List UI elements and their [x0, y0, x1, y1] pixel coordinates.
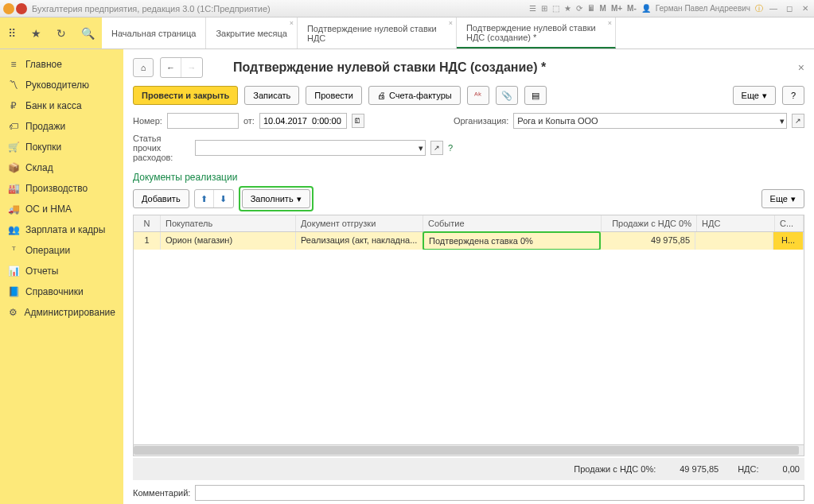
- cell-nds[interactable]: [695, 232, 773, 250]
- save-button[interactable]: Записать: [244, 86, 299, 105]
- sidebar-item-production[interactable]: 🏭Производство: [0, 178, 123, 199]
- m-button[interactable]: M: [600, 4, 606, 13]
- info-icon[interactable]: ⓘ: [755, 3, 763, 14]
- cell-sales[interactable]: 49 975,85: [600, 232, 695, 250]
- tb-icon-4[interactable]: ★: [564, 4, 571, 13]
- col-doc[interactable]: Документ отгрузки: [296, 215, 423, 231]
- sidebar-item-dictionaries[interactable]: 📘Справочники: [0, 281, 123, 302]
- home-button[interactable]: ⌂: [133, 58, 154, 77]
- forward-button[interactable]: →: [181, 58, 202, 77]
- tb-icon-5[interactable]: ⟳: [576, 4, 582, 13]
- cell-buyer[interactable]: Орион (магазин): [161, 232, 296, 250]
- attach-button[interactable]: 📎: [496, 86, 518, 105]
- tab-month-close[interactable]: Закрытие месяца×: [206, 17, 298, 48]
- scrollbar-thumb[interactable]: [134, 446, 799, 455]
- help-link[interactable]: ?: [448, 143, 453, 153]
- history-icon[interactable]: ↻: [56, 27, 66, 40]
- sidebar-item-main[interactable]: ≡Главное: [0, 54, 123, 75]
- sidebar-item-operations[interactable]: ᵀОперации: [0, 240, 123, 261]
- horizontal-scrollbar[interactable]: [134, 444, 804, 456]
- col-nds[interactable]: НДС: [697, 215, 775, 231]
- sidebar-label: Администрирование: [25, 307, 115, 318]
- fill-label: Заполнить: [251, 194, 294, 204]
- more-button[interactable]: Еще ▾: [733, 86, 776, 105]
- fill-button[interactable]: Заполнить ▾: [242, 189, 310, 208]
- tab-close-icon[interactable]: ×: [608, 19, 612, 27]
- grid-row[interactable]: 1 Орион (магазин) Реализация (акт, накла…: [134, 232, 804, 250]
- org-select[interactable]: Рога и Копыта ООО▾: [513, 113, 787, 129]
- app-icon-1: [3, 3, 14, 14]
- apps-icon[interactable]: ⠿: [8, 27, 16, 40]
- calendar-icon[interactable]: 🗓: [352, 114, 364, 128]
- sidebar-item-purchases[interactable]: 🛒Покупки: [0, 137, 123, 157]
- tb-icon-calc[interactable]: 🖩: [587, 4, 595, 13]
- cell-event[interactable]: Подтверждена ставка 0%: [423, 231, 601, 250]
- add-row-button[interactable]: Добавить: [133, 189, 189, 208]
- expense-select[interactable]: ▾: [195, 140, 426, 156]
- table-more-button[interactable]: Еще ▾: [761, 189, 804, 208]
- number-input[interactable]: [167, 113, 239, 129]
- m-minus-button[interactable]: M-: [627, 4, 637, 13]
- cell-last[interactable]: Н...: [773, 232, 804, 250]
- dt-kt-button[interactable]: ᴬᵏ: [467, 86, 489, 105]
- from-label: от:: [243, 116, 255, 126]
- grid-body-empty: [134, 250, 804, 444]
- help-button[interactable]: ?: [782, 86, 804, 105]
- user-name[interactable]: Герман Павел Андреевич: [656, 4, 750, 13]
- tb-icon-1[interactable]: ☰: [529, 4, 536, 13]
- tab-vat-create-label: Подтверждение нулевой ставки НДС (создан…: [466, 23, 606, 42]
- page-close[interactable]: ×: [798, 61, 804, 74]
- sidebar-item-manager[interactable]: 〽Руководителю: [0, 75, 123, 95]
- tab-close-icon[interactable]: ×: [290, 19, 294, 27]
- back-button[interactable]: ←: [161, 58, 181, 77]
- table-toolbar: Добавить ⬆ ⬇ Заполнить ▾ Еще ▾: [133, 186, 804, 211]
- cell-n[interactable]: 1: [134, 232, 161, 250]
- invoices-button[interactable]: 🖨Счета-фактуры: [368, 86, 461, 105]
- tab-month-close-label: Закрытие месяца: [216, 29, 287, 38]
- col-sales[interactable]: Продажи с НДС 0%: [602, 215, 697, 231]
- window-titlebar: Бухгалтерия предприятия, редакция 3.0 (1…: [0, 0, 814, 17]
- col-buyer[interactable]: Покупатель: [161, 215, 296, 231]
- window-close[interactable]: ✕: [800, 3, 811, 14]
- sidebar-item-admin[interactable]: ⚙Администрирование: [0, 302, 123, 323]
- comment-label: Комментарий:: [133, 488, 190, 498]
- sidebar-item-assets[interactable]: 🚚ОС и НМА: [0, 199, 123, 219]
- post-and-close-button[interactable]: Провести и закрыть: [133, 86, 238, 105]
- tb-icon-3[interactable]: ⬚: [552, 4, 559, 13]
- sidebar-item-sales[interactable]: 🏷Продажи: [0, 116, 123, 137]
- number-label: Номер:: [133, 116, 162, 126]
- sidebar-label: ОС и НМА: [25, 204, 72, 215]
- sidebar-label: Продажи: [25, 121, 65, 132]
- sidebar-item-warehouse[interactable]: 📦Склад: [0, 157, 123, 178]
- favorites-icon[interactable]: ★: [31, 27, 41, 40]
- titlebar-actions: ☰ ⊞ ⬚ ★ ⟳ 🖩 M M+ M- 👤 Герман Павел Андре…: [529, 3, 811, 14]
- move-down-icon[interactable]: ⬇: [214, 190, 233, 207]
- m-plus-button[interactable]: M+: [611, 4, 622, 13]
- org-label: Организация:: [454, 116, 508, 126]
- tab-home[interactable]: Начальная страница: [102, 17, 206, 48]
- tab-vat-create[interactable]: Подтверждение нулевой ставки НДС (создан…: [457, 17, 616, 48]
- tab-vat-confirm[interactable]: Подтверждение нулевой ставки НДС×: [298, 17, 457, 48]
- col-n[interactable]: N: [134, 215, 161, 231]
- window-maximize[interactable]: ◻: [784, 3, 795, 14]
- tab-close-icon[interactable]: ×: [449, 19, 453, 27]
- form-row-number: Номер: от: 🗓 Организация: Рога и Копыта …: [133, 113, 804, 129]
- list-button[interactable]: ▤: [524, 86, 547, 105]
- search-icon[interactable]: 🔍: [81, 27, 95, 40]
- open-expense-button[interactable]: ↗: [430, 141, 443, 155]
- post-button[interactable]: Провести: [306, 86, 362, 105]
- date-input[interactable]: [259, 113, 347, 129]
- tb-icon-2[interactable]: ⊞: [541, 4, 547, 13]
- tab-vat-confirm-label: Подтверждение нулевой ставки НДС: [307, 24, 446, 43]
- move-up-icon[interactable]: ⬆: [195, 190, 214, 207]
- open-org-button[interactable]: ↗: [792, 114, 804, 128]
- sidebar-item-hr[interactable]: 👥Зарплата и кадры: [0, 219, 123, 240]
- sidebar-item-reports[interactable]: 📊Отчеты: [0, 261, 123, 281]
- sidebar-item-bank[interactable]: ₽Банк и касса: [0, 95, 123, 116]
- window-minimize[interactable]: —: [768, 3, 779, 14]
- totals-sales-label: Продажи с НДС 0%:: [574, 464, 656, 474]
- comment-input[interactable]: [195, 485, 804, 501]
- col-event[interactable]: Событие: [423, 215, 602, 231]
- col-last[interactable]: С...: [775, 215, 804, 231]
- cell-doc[interactable]: Реализация (акт, накладна...: [296, 232, 423, 250]
